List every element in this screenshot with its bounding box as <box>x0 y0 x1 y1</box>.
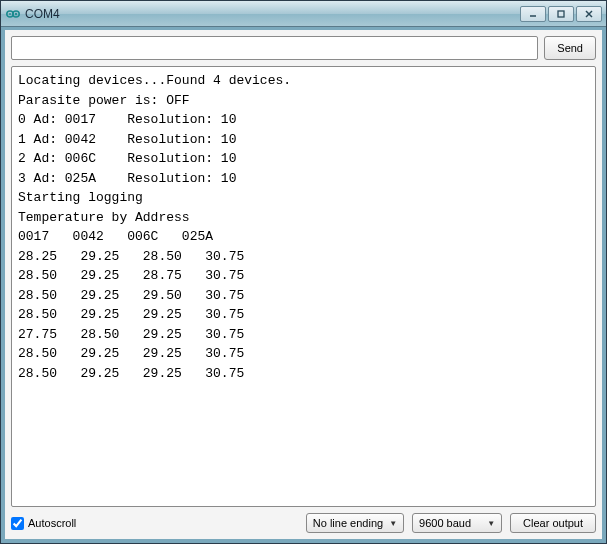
clear-output-button[interactable]: Clear output <box>510 513 596 533</box>
baud-value: 9600 baud <box>419 517 471 529</box>
serial-output[interactable]: Locating devices...Found 4 devices. Para… <box>11 66 596 507</box>
close-button[interactable] <box>576 6 602 22</box>
footer-row: Autoscroll No line ending ▼ 9600 baud ▼ … <box>11 513 596 533</box>
autoscroll-checkbox[interactable]: Autoscroll <box>11 517 76 530</box>
titlebar: COM4 <box>1 1 606 27</box>
client-area: Send Locating devices...Found 4 devices.… <box>1 27 606 543</box>
baud-select[interactable]: 9600 baud ▼ <box>412 513 502 533</box>
arduino-icon <box>5 6 21 22</box>
autoscroll-label: Autoscroll <box>28 517 76 529</box>
window-title: COM4 <box>25 7 520 21</box>
minimize-button[interactable] <box>520 6 546 22</box>
window-buttons <box>520 6 602 22</box>
send-button[interactable]: Send <box>544 36 596 60</box>
chevron-down-icon: ▼ <box>487 519 495 528</box>
svg-rect-6 <box>558 11 564 17</box>
serial-monitor-window: COM4 Send Locating devices...Found 4 dev… <box>0 0 607 544</box>
chevron-down-icon: ▼ <box>389 519 397 528</box>
serial-input[interactable] <box>11 36 538 60</box>
line-ending-select[interactable]: No line ending ▼ <box>306 513 404 533</box>
autoscroll-input[interactable] <box>11 517 24 530</box>
maximize-button[interactable] <box>548 6 574 22</box>
line-ending-value: No line ending <box>313 517 383 529</box>
send-row: Send <box>11 36 596 60</box>
